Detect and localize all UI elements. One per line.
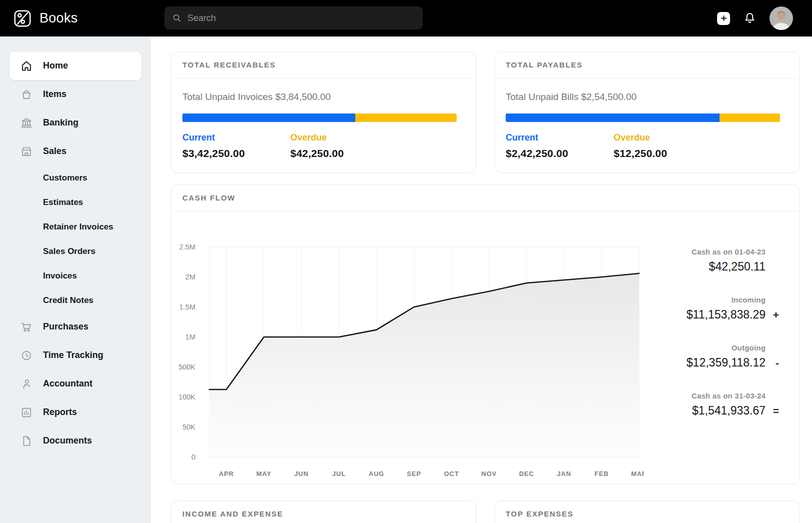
svg-text:50K: 50K: [182, 423, 195, 431]
notifications-button[interactable]: [743, 12, 757, 25]
svg-text:NOV: NOV: [481, 470, 497, 478]
unpaid-bills-summary: Total Unpaid Bills $2,54,500.00: [506, 92, 780, 102]
sidebar-item-items[interactable]: Items: [9, 80, 141, 108]
svg-text:1.5M: 1.5M: [179, 303, 195, 311]
sidebar-item-home[interactable]: Home: [9, 52, 141, 80]
stat-outgoing: Outgoing $12,359,118.12-: [644, 344, 779, 370]
receivables-progress-bar: [182, 114, 457, 122]
svg-text:100K: 100K: [178, 393, 195, 401]
top-expenses-title: TOP EXPENSES: [506, 510, 574, 518]
stat-closing-cash: Cash as on 31-03-24 $1,541,933.67=: [644, 392, 779, 418]
card-header: TOTAL RECEIVABLES: [171, 52, 476, 78]
receivables-overdue: Overdue $42,250.00: [290, 132, 344, 160]
svg-text:SEP: SEP: [407, 470, 421, 478]
payables-current-amount: $2,42,250.00: [506, 148, 614, 160]
main-content: TOTAL RECEIVABLES Total Unpaid Invoices …: [151, 36, 812, 523]
payables-progress-bar: [506, 114, 780, 122]
svg-text:AUG: AUG: [369, 470, 384, 478]
sidebar-subitem-credit-notes[interactable]: Credit Notes: [9, 288, 141, 312]
reports-icon: [19, 406, 33, 420]
sidebar-item-documents[interactable]: Documents: [9, 426, 141, 455]
sidebar-item-label: Banking: [43, 118, 78, 128]
cash-flow-chart: 050K100K500K1M1.5M2M2.5MAPRMAYJUNJULAUGS…: [174, 212, 644, 484]
payables-title: TOTAL PAYABLES: [506, 60, 583, 69]
card-header: CASH FLOW: [171, 185, 799, 212]
search-input[interactable]: [187, 13, 407, 24]
topbar-actions: [717, 6, 812, 30]
sidebar-subitem-sales-orders[interactable]: Sales Orders: [9, 239, 141, 264]
card-header: TOTAL PAYABLES: [495, 52, 799, 78]
sidebar-subitem-customers[interactable]: Customers: [9, 166, 141, 190]
sidebar-item-reports[interactable]: Reports: [9, 398, 141, 426]
time-tracking-icon: [19, 348, 33, 362]
plus-icon: [720, 14, 728, 22]
stat-incoming: Incoming $11,153,838.29+: [644, 296, 779, 322]
items-icon: [19, 88, 33, 102]
receivables-overdue-amount: $42,250.00: [290, 148, 344, 160]
income-expense-card: INCOME AND EXPENSE: [171, 500, 476, 523]
svg-text:2.5M: 2.5M: [179, 243, 195, 251]
stat-opening-cash: Cash as on 01-04-23 $42,250.11: [644, 248, 779, 274]
sidebar-item-time-tracking[interactable]: Time Tracking: [9, 341, 141, 370]
svg-text:500K: 500K: [178, 363, 195, 371]
svg-text:1M: 1M: [185, 333, 195, 341]
sidebar-item-sales[interactable]: Sales: [9, 137, 141, 166]
sidebar-item-label: Items: [43, 89, 66, 100]
sidebar-item-label: Time Tracking: [43, 350, 103, 360]
svg-text:2M: 2M: [185, 273, 195, 281]
sidebar-item-accountant[interactable]: Accountant: [9, 370, 141, 398]
app-logo[interactable]: Books: [13, 9, 78, 28]
svg-text:MAY: MAY: [256, 470, 271, 478]
accountant-icon: [19, 377, 33, 391]
sidebar-item-label: Reports: [43, 407, 77, 418]
banking-icon: [19, 116, 33, 130]
sidebar-subitem-invoices[interactable]: Invoices: [9, 264, 141, 288]
receivables-current-fill: [182, 114, 355, 122]
purchases-icon: [19, 320, 33, 334]
sidebar-item-label: Home: [43, 60, 68, 71]
bottom-cards-row: INCOME AND EXPENSE TOP EXPENSES: [171, 500, 800, 523]
svg-text:FEB: FEB: [595, 470, 609, 478]
card-header: TOP EXPENSES: [495, 501, 799, 523]
sidebar-item-label: Purchases: [43, 322, 88, 332]
svg-text:0: 0: [191, 453, 195, 461]
svg-text:JUL: JUL: [332, 470, 346, 478]
cash-flow-title: CASH FLOW: [182, 194, 235, 202]
unpaid-invoices-summary: Total Unpaid Invoices $3,84,500.00: [182, 92, 457, 102]
payables-current-fill: [506, 114, 720, 122]
avatar[interactable]: [770, 6, 793, 30]
sidebar-item-label: Documents: [43, 436, 92, 446]
total-receivables-card: TOTAL RECEIVABLES Total Unpaid Invoices …: [171, 52, 476, 173]
home-icon: [19, 59, 33, 73]
bell-icon: [743, 12, 757, 25]
svg-text:JAN: JAN: [557, 470, 571, 478]
app-title: Books: [39, 10, 78, 26]
payables-current: Current $2,42,250.00: [506, 132, 614, 160]
receivables-title: TOTAL RECEIVABLES: [182, 60, 276, 69]
cash-flow-card: CASH FLOW 050K100K500K1M1.5M2M2.5MAPRMAY…: [171, 184, 800, 484]
summary-cards-row: TOTAL RECEIVABLES Total Unpaid Invoices …: [171, 52, 800, 173]
svg-text:JUN: JUN: [294, 470, 308, 478]
receivables-current-amount: $3,42,250.00: [182, 148, 290, 160]
add-button[interactable]: [717, 12, 730, 25]
sales-icon: [19, 144, 33, 158]
search-icon: [172, 13, 182, 23]
sidebar-subitem-retainer-invoices[interactable]: Retainer Invoices: [9, 214, 141, 239]
sidebar-subitem-estimates[interactable]: Estimates: [9, 190, 141, 214]
search-bar[interactable]: [164, 6, 423, 30]
svg-text:OCT: OCT: [444, 470, 459, 478]
svg-text:MAR: MAR: [631, 470, 644, 478]
income-expense-title: INCOME AND EXPENSE: [182, 510, 283, 518]
svg-text:APR: APR: [219, 470, 234, 478]
total-payables-card: TOTAL PAYABLES Total Unpaid Bills $2,54,…: [494, 52, 800, 173]
card-header: INCOME AND EXPENSE: [171, 501, 476, 523]
sidebar-item-purchases[interactable]: Purchases: [9, 312, 141, 341]
top-expenses-card: TOP EXPENSES: [494, 500, 800, 523]
documents-icon: [19, 434, 33, 448]
sidebar-item-banking[interactable]: Banking: [9, 108, 141, 137]
sidebar: HomeItemsBankingSalesCustomersEstimatesR…: [0, 36, 151, 523]
sidebar-item-label: Accountant: [43, 378, 92, 389]
payables-overdue: Overdue $12,250.00: [614, 132, 667, 160]
sidebar-item-label: Sales: [43, 146, 66, 156]
payables-overdue-amount: $12,250.00: [614, 148, 667, 160]
